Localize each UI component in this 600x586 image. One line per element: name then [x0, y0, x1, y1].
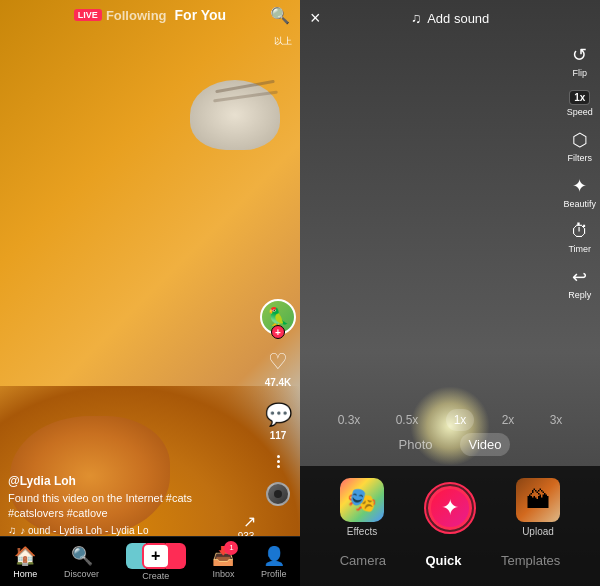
nav-discover[interactable]: 🔍 Discover [64, 545, 99, 579]
camera-top-bar: × ♫ Add sound [300, 0, 600, 36]
photo-tab[interactable]: Photo [391, 433, 441, 456]
comment-icon: 💬 [265, 402, 292, 428]
video-feed[interactable]: 以上 🦜 + ♡ 47.4K 💬 117 [0, 0, 300, 586]
timer-label: Timer [568, 244, 591, 254]
photo-video-tabs: Photo Video [300, 433, 600, 456]
video-description: Found this video on the Internet #cats #… [8, 491, 250, 520]
effects-face: 🎭 [340, 478, 384, 522]
like-count: 47.4K [265, 377, 292, 388]
music-note-icon: ♫ [411, 10, 422, 26]
filters-tool[interactable]: ⬡ Filters [567, 129, 592, 163]
effects-label: Effects [347, 526, 377, 537]
cat-head [190, 80, 280, 150]
music-info[interactable]: ♫ ♪ ound - Lydia Loh - Lydia Lo [8, 524, 250, 536]
speed-label: Speed [567, 107, 593, 117]
like-button[interactable]: ♡ 47.4K [265, 349, 292, 388]
reply-label: Reply [568, 290, 591, 300]
nav-create[interactable]: + Create [126, 543, 186, 581]
quick-button[interactable]: ✦ [424, 482, 476, 534]
heart-icon: ♡ [268, 349, 288, 375]
camera-tab[interactable]: Camera [340, 553, 386, 568]
flip-tool[interactable]: ↺ Flip [572, 44, 587, 78]
speed-0.3x[interactable]: 0.3x [330, 409, 369, 431]
creator-username[interactable]: @Lydia Loh [8, 474, 250, 488]
camera-mode-tabs: Camera Quick Templates [300, 545, 600, 576]
discover-label: Discover [64, 569, 99, 579]
effects-button[interactable]: 🎭 Effects [340, 478, 384, 537]
search-icon[interactable]: 🔍 [270, 6, 290, 25]
speed-0.5x[interactable]: 0.5x [388, 409, 427, 431]
timer-tool[interactable]: ⏱ Timer [568, 221, 591, 254]
video-actions: 🦜 + ♡ 47.4K 💬 117 [260, 299, 296, 506]
more-button[interactable] [277, 455, 280, 468]
dots-icon [277, 455, 280, 468]
upload-button[interactable]: 🏔 Upload [516, 478, 560, 537]
speed-3x[interactable]: 3x [542, 409, 571, 431]
create-plus-icon: + [151, 548, 160, 564]
tiktok-feed-panel: LIVE Following For You 🔍 以上 🦜 + ♡ 47.4K … [0, 0, 300, 586]
following-tab[interactable]: Following [106, 8, 167, 23]
nav-inbox[interactable]: 📥 1 Inbox [212, 545, 234, 579]
action-icons-row: 🎭 Effects ✦ 🏔 Upload [300, 466, 600, 545]
top-navigation: LIVE Following For You 🔍 [0, 0, 300, 30]
speed-1x[interactable]: 1x [446, 409, 475, 431]
create-icon-wrap: + [126, 543, 186, 569]
templates-tab[interactable]: Templates [501, 553, 560, 568]
filters-icon: ⬡ [572, 129, 588, 151]
add-sound-button[interactable]: ♫ Add sound [411, 10, 490, 26]
close-button[interactable]: × [310, 8, 321, 29]
timer-icon: ⏱ [571, 221, 589, 242]
upload-label: Upload [522, 526, 554, 537]
inbox-label: Inbox [212, 569, 234, 579]
create-center: + [142, 543, 170, 569]
quick-tab[interactable]: Quick [425, 553, 461, 568]
beautify-label: Beautify [563, 199, 596, 209]
camera-tools: ↺ Flip 1x Speed ⬡ Filters ✦ Beautify ⏱ T… [563, 44, 596, 300]
create-label: Create [142, 571, 169, 581]
for-you-tab[interactable]: For You [175, 7, 227, 23]
reply-tool[interactable]: ↩ Reply [568, 266, 591, 300]
flip-label: Flip [572, 68, 587, 78]
speed-selector: 0.3x 0.5x 1x 2x 3x [300, 409, 600, 431]
music-note-icon: ♫ [8, 524, 16, 536]
video-tab[interactable]: Video [460, 433, 509, 456]
creator-avatar[interactable]: 🦜 + [260, 299, 296, 335]
follow-button[interactable]: + [271, 325, 285, 339]
beautify-icon: ✦ [572, 175, 587, 197]
speed-tool[interactable]: 1x Speed [567, 90, 593, 117]
discover-icon: 🔍 [71, 545, 93, 567]
comment-button[interactable]: 💬 117 [265, 402, 292, 441]
flip-icon: ↺ [572, 44, 587, 66]
music-disc[interactable] [266, 482, 290, 506]
music-title: ♪ ound - Lydia Loh - Lydia Lo [20, 525, 148, 536]
home-label: Home [13, 569, 37, 579]
profile-icon: 👤 [263, 545, 285, 567]
inbox-wrap: 📥 1 [212, 545, 234, 567]
inbox-badge: 1 [224, 541, 238, 555]
view-count: 以上 [274, 35, 292, 48]
reply-icon: ↩ [572, 266, 587, 288]
speed-icon: 1x [569, 90, 590, 105]
sparkle-icon: ✦ [441, 495, 459, 521]
disc-icon [266, 482, 290, 506]
camera-panel: × ♫ Add sound ↺ Flip 1x Speed ⬡ Filters … [300, 0, 600, 586]
video-info: @Lydia Loh Found this video on the Inter… [8, 474, 250, 536]
home-icon: 🏠 [14, 545, 36, 567]
profile-label: Profile [261, 569, 287, 579]
filters-label: Filters [567, 153, 592, 163]
beautify-tool[interactable]: ✦ Beautify [563, 175, 596, 209]
nav-home[interactable]: 🏠 Home [13, 545, 37, 579]
upload-icon: 🏔 [516, 478, 560, 522]
quick-icon: ✦ [428, 486, 472, 530]
speed-2x[interactable]: 2x [494, 409, 523, 431]
nav-profile[interactable]: 👤 Profile [261, 545, 287, 579]
add-sound-label: Add sound [427, 11, 489, 26]
bottom-navigation: 🏠 Home 🔍 Discover + Create 📥 1 Inbox [0, 536, 300, 586]
effects-icon: 🎭 [340, 478, 384, 522]
live-badge: LIVE [74, 9, 102, 21]
comment-count: 117 [270, 430, 287, 441]
camera-bottom-actions: 🎭 Effects ✦ 🏔 Upload Camera Quick Templa… [300, 466, 600, 586]
